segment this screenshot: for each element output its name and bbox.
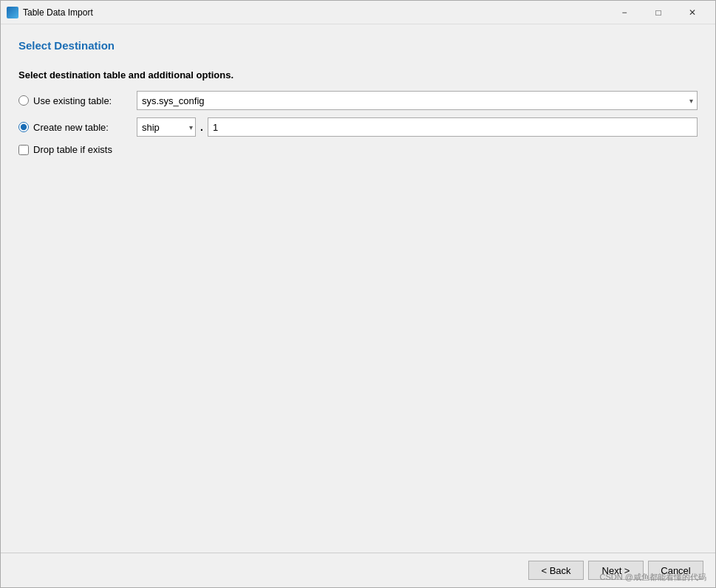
main-window: Table Data Import − □ ✕ Select Destinati…: [0, 0, 716, 588]
title-bar: Table Data Import − □ ✕: [1, 1, 715, 24]
maximize-button[interactable]: □: [641, 1, 675, 24]
use-existing-row: Use existing table: sys.sys_config ▾: [18, 91, 698, 110]
form-section: Select destination table and additional …: [18, 69, 698, 155]
window-title: Table Data Import: [23, 7, 607, 18]
minimize-button[interactable]: −: [607, 1, 641, 24]
content-area: Select Destination Select destination ta…: [1, 24, 715, 553]
drop-table-row: Drop table if exists: [18, 144, 698, 155]
schema-dropdown-wrapper: ship sys test ▾: [137, 117, 196, 137]
existing-table-wrapper: sys.sys_config ▾: [137, 91, 698, 110]
section-title: Select Destination: [18, 39, 698, 52]
create-new-radio-label[interactable]: Create new table:: [18, 122, 137, 133]
drop-table-label[interactable]: Drop table if exists: [33, 144, 112, 155]
footer: < Back Next > Cancel: [1, 553, 715, 587]
back-button[interactable]: < Back: [528, 561, 584, 580]
schema-select[interactable]: ship sys test: [137, 117, 196, 137]
close-button[interactable]: ✕: [675, 1, 709, 24]
next-button[interactable]: Next >: [588, 561, 644, 580]
use-existing-radio-label[interactable]: Use existing table:: [18, 95, 137, 106]
create-new-row: Create new table: ship sys test ▾ .: [18, 117, 698, 137]
content-spacer: [18, 167, 698, 538]
create-new-radio[interactable]: [18, 122, 29, 132]
existing-table-select[interactable]: sys.sys_config: [137, 91, 698, 110]
table-name-input[interactable]: [208, 117, 698, 137]
use-existing-radio[interactable]: [18, 95, 29, 106]
form-description: Select destination table and additional …: [18, 69, 698, 81]
app-icon: [7, 7, 18, 18]
use-existing-label: Use existing table:: [33, 95, 112, 106]
cancel-button[interactable]: Cancel: [648, 561, 703, 580]
window-controls: − □ ✕: [607, 1, 709, 24]
dot-separator: .: [200, 121, 203, 133]
create-new-label: Create new table:: [33, 122, 109, 133]
drop-table-checkbox[interactable]: [18, 145, 29, 155]
